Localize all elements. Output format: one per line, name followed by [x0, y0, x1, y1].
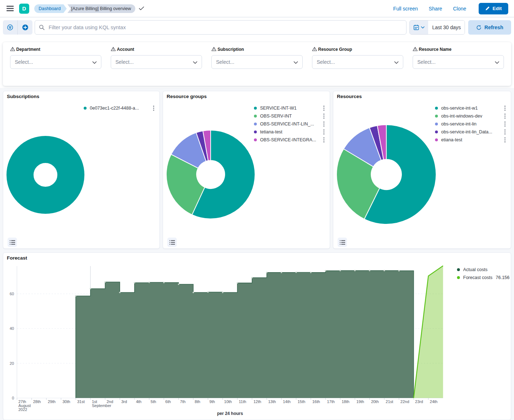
calendar-icon[interactable]: [410, 21, 429, 34]
legend-menu-icon[interactable]: [503, 136, 507, 143]
legend-label[interactable]: OBS-SERV-INT: [260, 114, 322, 119]
warning-icon: [312, 47, 317, 52]
legend-item: obs-int-windows-dev: [435, 112, 507, 120]
svg-text:20th: 20th: [371, 399, 379, 404]
chevron-down-icon: [421, 26, 425, 28]
breadcrumb: Dashboard [Azure Billing] Billing overvi…: [34, 4, 144, 13]
panel-subscriptions: Subscriptions 0e073ec1-c22f-4488-a...: [3, 91, 160, 249]
forecast-legend: Actual costs Forecast costs 76.156: [457, 266, 510, 282]
svg-text:40: 40: [10, 326, 14, 331]
legend-label[interactable]: 0e073ec1-c22f-4488-a...: [90, 106, 151, 111]
panel-title: Forecast: [7, 255, 27, 261]
chevron-down-icon: [92, 59, 97, 65]
svg-text:14th: 14th: [283, 399, 290, 404]
deployment-logo[interactable]: D: [19, 4, 29, 14]
refresh-button[interactable]: Refresh: [468, 20, 511, 35]
legend-menu-icon[interactable]: [322, 105, 326, 112]
filter-button-group: [3, 20, 32, 35]
legend-menu-icon[interactable]: [151, 105, 156, 112]
panel-forecast: Forecast Actual costs Forecast costs 76.…: [3, 252, 511, 420]
legend-label[interactable]: obs-service-int-lin: [441, 121, 503, 127]
svg-text:17th: 17th: [327, 399, 334, 404]
legend-item[interactable]: Forecast costs 76.156: [457, 274, 510, 282]
legend-menu-icon[interactable]: [503, 120, 507, 128]
saved-query-icon[interactable]: [3, 20, 17, 35]
legend-menu-icon[interactable]: [503, 105, 507, 112]
subscription-select[interactable]: Select...: [211, 55, 303, 69]
legend-menu-icon[interactable]: [322, 136, 326, 143]
legend-dot: [254, 138, 257, 141]
time-range-button[interactable]: Last 30 days: [428, 21, 465, 34]
svg-text:8th: 8th: [195, 399, 200, 404]
resource-name-select[interactable]: Select...: [413, 55, 504, 69]
saved-check-icon[interactable]: [139, 6, 144, 10]
legend-dot: [435, 115, 438, 118]
legend-toggle-button[interactable]: [338, 238, 347, 247]
clone-button[interactable]: Clone: [453, 6, 466, 12]
legend-label[interactable]: obs-service-int-w1: [441, 106, 503, 111]
svg-text:12th: 12th: [254, 399, 261, 404]
legend-toggle-button[interactable]: [167, 238, 177, 247]
svg-text:4th: 4th: [136, 399, 141, 404]
svg-text:2022: 2022: [18, 407, 27, 412]
legend-label[interactable]: OBS-SERVICE-INTEGRA...: [260, 137, 322, 142]
date-picker: Last 30 days: [409, 20, 465, 35]
legend-dot: [254, 131, 257, 133]
full-screen-button[interactable]: Full screen: [393, 6, 418, 12]
kql-search-input[interactable]: [35, 20, 407, 35]
legend-dot: [435, 107, 438, 110]
add-filter-icon[interactable]: [17, 20, 32, 35]
legend-menu-icon[interactable]: [503, 128, 507, 136]
svg-text:11th: 11th: [239, 399, 246, 404]
svg-text:15th: 15th: [298, 399, 305, 404]
legend-label[interactable]: SERVICE-INT-W1: [260, 106, 322, 111]
legend-label[interactable]: OBS-SERVICE-INT-LIN_...: [260, 121, 322, 127]
legend-dot: [254, 107, 257, 110]
legend-label[interactable]: obs-int-windows-dev: [441, 114, 503, 119]
control-resource-group: Resource Group Select...: [312, 47, 403, 81]
legend-label[interactable]: tetiana-test: [260, 129, 322, 134]
pie-legend: SERVICE-INT-W1OBS-SERV-INTOBS-SERVICE-IN…: [254, 104, 326, 144]
legend-label[interactable]: etiana-test: [441, 137, 503, 142]
legend-dot: [457, 268, 460, 271]
legend-dot: [254, 123, 257, 125]
panel-title: Resource groups: [167, 94, 207, 99]
legend-dot: [435, 123, 438, 125]
legend-label[interactable]: obs-service-int-lin_Data...: [441, 129, 503, 134]
chevron-down-icon: [193, 59, 197, 65]
control-department: Department Select...: [10, 47, 101, 81]
control-label: Subscription: [218, 47, 244, 52]
pie-legend: obs-service-int-w1obs-int-windows-devobs…: [435, 104, 507, 144]
legend-menu-icon[interactable]: [322, 120, 326, 128]
legend-label: Forecast costs: [463, 275, 492, 280]
svg-text:29th: 29th: [48, 399, 55, 404]
department-select[interactable]: Select...: [10, 55, 101, 69]
chevron-down-icon: [294, 59, 298, 65]
control-subscription: Subscription Select...: [211, 47, 303, 81]
legend-menu-icon[interactable]: [322, 128, 326, 136]
svg-text:31st: 31st: [77, 399, 85, 404]
resource-group-select[interactable]: Select...: [312, 55, 403, 69]
svg-text:September: September: [92, 403, 111, 408]
breadcrumb-current-dashboard[interactable]: [Azure Billing] Billing overview: [67, 4, 135, 13]
legend-item: obs-service-int-lin: [435, 120, 507, 128]
subscriptions-donut-chart[interactable]: [3, 91, 160, 249]
account-select[interactable]: Select...: [111, 55, 202, 69]
legend-menu-icon[interactable]: [503, 112, 507, 120]
legend-item[interactable]: Actual costs: [457, 266, 510, 274]
menu-hamburger-icon[interactable]: [6, 4, 14, 13]
legend-toggle-button[interactable]: [8, 238, 17, 247]
svg-text:2nd: 2nd: [106, 399, 113, 404]
legend-label: Actual costs: [463, 267, 510, 272]
share-button[interactable]: Share: [429, 6, 442, 12]
forecast-chart[interactable]: 020406027thAugust202228th29th30th31st1st…: [3, 253, 511, 420]
breadcrumb-dashboard[interactable]: Dashboard: [34, 4, 63, 13]
control-label: Account: [117, 47, 134, 52]
legend-item: 0e073ec1-c22f-4488-a...: [84, 104, 156, 112]
edit-button[interactable]: Edit: [479, 3, 509, 14]
svg-text:24th: 24th: [430, 399, 438, 404]
legend-item: OBS-SERVICE-INTEGRA...: [254, 136, 326, 144]
panel-resources: Resources obs-service-int-w1obs-int-wind…: [333, 91, 511, 249]
edit-button-label: Edit: [493, 6, 502, 11]
legend-menu-icon[interactable]: [322, 112, 326, 120]
